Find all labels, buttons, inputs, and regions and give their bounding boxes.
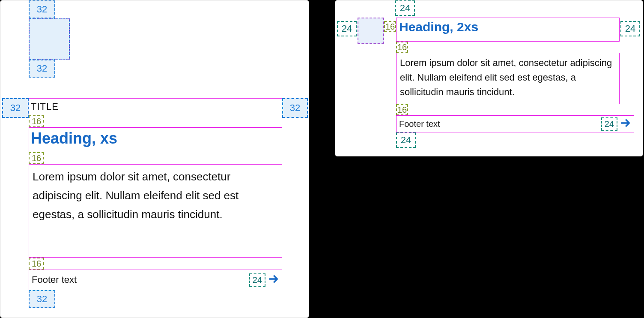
heading-slot: Heading, 2xs bbox=[396, 18, 620, 42]
spacing-annotation: 16 bbox=[396, 42, 408, 53]
spacing-annotation: 24 bbox=[620, 21, 640, 36]
spacing-annotation: 16 bbox=[384, 21, 396, 32]
spacing-annotation: 32 bbox=[282, 98, 308, 118]
footer-label: Footer text bbox=[399, 119, 601, 129]
spacing-annotation: 32 bbox=[29, 290, 55, 308]
spacing-spec-card-small: 24 24 16 Heading, 2xs 24 16 Lorem ipsum … bbox=[335, 0, 643, 156]
spacing-annotation: 32 bbox=[29, 0, 55, 18]
footer-slot: Footer text 24 bbox=[396, 115, 634, 132]
spacing-annotation: 32 bbox=[29, 60, 55, 78]
spacing-annotation: 16 bbox=[29, 152, 44, 164]
spacing-annotation: 16 bbox=[29, 115, 44, 127]
heading-label: Heading, xs bbox=[29, 128, 282, 152]
footer-slot: Footer text 24 bbox=[29, 270, 282, 290]
spacing-annotation: 24 bbox=[396, 132, 416, 148]
heading-label: Heading, 2xs bbox=[397, 18, 619, 38]
spacing-annotation: 32 bbox=[2, 98, 29, 118]
spacing-annotation: 24 bbox=[395, 0, 415, 16]
arrow-right-icon bbox=[267, 273, 279, 287]
spacing-annotation: 24 bbox=[337, 21, 357, 36]
spacing-annotation: 16 bbox=[396, 104, 408, 115]
title-slot: TITLE bbox=[29, 98, 282, 115]
arrow-right-icon bbox=[619, 117, 631, 131]
footer-label: Footer text bbox=[32, 274, 249, 285]
spacing-spec-card-large: 32 32 32 TITLE 32 16 Heading, xs 16 Lore… bbox=[0, 0, 309, 318]
body-text: Lorem ipsum dolor sit amet, consectetur … bbox=[397, 53, 619, 104]
body-text: Lorem ipsum dolor sit amet, consectetur … bbox=[29, 165, 282, 229]
spacing-annotation: 24 bbox=[249, 273, 265, 287]
spacing-annotation: 24 bbox=[601, 117, 617, 131]
body-slot: Lorem ipsum dolor sit amet, consectetur … bbox=[396, 53, 620, 104]
image-placeholder bbox=[358, 18, 384, 44]
spacing-annotation: 16 bbox=[29, 258, 44, 270]
body-slot: Lorem ipsum dolor sit amet, consectetur … bbox=[29, 164, 282, 258]
title-label: TITLE bbox=[29, 99, 282, 115]
heading-slot: Heading, xs bbox=[29, 127, 282, 152]
image-placeholder bbox=[29, 18, 70, 60]
